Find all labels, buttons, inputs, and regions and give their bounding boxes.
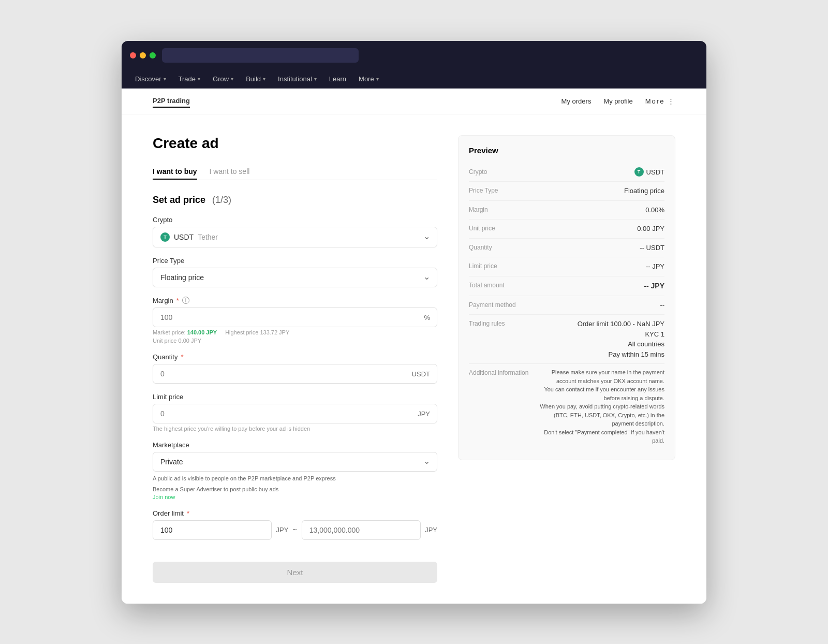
section-title: Set ad price (1/3) (153, 195, 437, 206)
chevron-down-icon: ▾ (314, 76, 317, 82)
price-type-label: Price Type (153, 257, 437, 265)
sub-nav-my-profile[interactable]: My profile (603, 97, 632, 105)
preview-additional-info-value: Please make sure your name in the paymen… (537, 368, 664, 445)
order-limit-min-input[interactable] (153, 520, 272, 540)
traffic-light-yellow[interactable] (140, 52, 146, 58)
sub-nav-right: My orders My profile More ⋮ (561, 97, 675, 105)
crypto-select-wrapper: T USDT Tether (153, 227, 437, 247)
sub-nav-my-orders[interactable]: My orders (561, 97, 592, 105)
marketplace-select-wrapper: Private (153, 452, 437, 472)
order-limit-row: JPY ~ JPY (153, 520, 437, 540)
next-button[interactable]: Next (153, 562, 437, 583)
join-now-link[interactable]: Join now (153, 494, 437, 500)
market-price: Market price: 140.00 JPY (153, 329, 217, 335)
nav-item-more[interactable]: More ▾ (353, 70, 384, 88)
crypto-select[interactable]: T USDT Tether (153, 227, 437, 247)
preview-quantity-label: Quantity (469, 243, 492, 251)
quantity-input-wrapper: USDT (153, 364, 437, 384)
preview-limit-price-label: Limit price (469, 261, 497, 270)
nav-item-grow[interactable]: Grow ▾ (208, 70, 239, 88)
preview-crypto-label: Crypto (469, 167, 487, 175)
page-content: P2P trading My orders My profile More ⋮ … (122, 89, 706, 604)
preview-unit-price-value: 0.00 JPY (637, 224, 664, 234)
info-icon[interactable]: i (182, 297, 189, 304)
margin-label: Margin * i (153, 297, 437, 304)
market-price-row: Market price: 140.00 JPY Highest price 1… (153, 329, 437, 335)
required-star: * (176, 297, 179, 304)
nav-item-discover[interactable]: Discover ▾ (130, 70, 171, 88)
marketplace-select[interactable]: Private (153, 452, 437, 472)
chevron-down-icon: ▾ (198, 76, 200, 82)
browser-chrome (122, 41, 706, 70)
quantity-label: Quantity * (153, 353, 437, 361)
margin-group: Margin * i % Market price: 140.00 JPY (153, 297, 437, 344)
price-type-group: Price Type Floating price (153, 257, 437, 287)
quantity-input[interactable] (153, 364, 437, 384)
preview-row-crypto: Crypto T USDT (469, 163, 664, 182)
nav-item-trade[interactable]: Trade ▾ (173, 70, 205, 88)
usdt-preview-icon: T (634, 167, 644, 177)
preview-row-limit-price: Limit price -- JPY (469, 257, 664, 276)
preview-row-additional-info: Additional information Please make sure … (469, 364, 664, 449)
preview-row-unit-price: Unit price 0.00 JPY (469, 219, 664, 239)
preview-section: Preview Crypto T USDT Price Type Floatin… (458, 135, 675, 583)
traffic-lights (130, 52, 156, 58)
unit-price-hint: Unit price 0.00 JPY (153, 338, 437, 344)
preview-row-quantity: Quantity -- USDT (469, 239, 664, 258)
required-star: * (181, 353, 183, 361)
preview-price-type-label: Price Type (469, 186, 498, 194)
limit-price-group: Limit price JPY The highest price you're… (153, 393, 437, 432)
preview-quantity-value: -- USDT (640, 243, 664, 253)
marketplace-hint: A public ad is visible to people on the … (153, 474, 437, 483)
price-type-select[interactable]: Floating price (153, 268, 437, 287)
order-limit-max-input[interactable] (302, 520, 421, 540)
limit-price-input[interactable] (153, 404, 437, 423)
sub-nav-left: P2P trading (153, 95, 190, 108)
usdt-icon: T (160, 232, 170, 242)
chevron-down-icon: ▾ (263, 76, 265, 82)
marketplace-become-hint: Become a Super Advertiser to post public… (153, 485, 437, 494)
preview-additional-info-label: Additional information (469, 368, 528, 376)
preview-row-margin: Margin 0.00% (469, 201, 664, 220)
sub-nav: P2P trading My orders My profile More ⋮ (122, 89, 706, 114)
margin-input-wrapper: % (153, 308, 437, 327)
page-title: Create ad (153, 135, 437, 152)
main-layout: Create ad I want to buy I want to sell S… (122, 114, 706, 604)
tab-sell[interactable]: I want to sell (210, 164, 250, 180)
limit-price-hint: The highest price you're willing to pay … (153, 426, 437, 432)
order-limit-max-currency: JPY (425, 526, 437, 534)
preview-payment-value: -- (660, 300, 664, 311)
nav-item-learn[interactable]: Learn (324, 70, 351, 88)
preview-trading-rules-value: Order limit 100.00 - NaN JPY KYC 1 All c… (578, 319, 664, 359)
required-star: * (187, 509, 189, 517)
quantity-suffix: USDT (412, 370, 430, 377)
address-bar[interactable] (162, 48, 359, 63)
preview-crypto-value: T USDT (634, 167, 664, 178)
traffic-light-green[interactable] (150, 52, 156, 58)
nav-item-build[interactable]: Build ▾ (241, 70, 271, 88)
sub-nav-more[interactable]: More ⋮ (645, 97, 675, 105)
tab-buy[interactable]: I want to buy (153, 164, 197, 180)
preview-margin-value: 0.00% (645, 205, 664, 215)
preview-title: Preview (469, 146, 664, 155)
nav-item-institutional[interactable]: Institutional ▾ (273, 70, 322, 88)
crypto-label: Crypto (153, 216, 437, 224)
margin-input[interactable] (153, 308, 437, 327)
highest-price: Highest price 133.72 JPY (225, 329, 289, 335)
form-section: Create ad I want to buy I want to sell S… (153, 135, 437, 583)
preview-row-price-type: Price Type Floating price (469, 182, 664, 201)
quantity-group: Quantity * USDT (153, 353, 437, 384)
tilde-separator: ~ (292, 525, 297, 535)
preview-trading-rules-label: Trading rules (469, 319, 505, 327)
limit-price-label: Limit price (153, 393, 437, 401)
limit-price-input-wrapper: JPY (153, 404, 437, 423)
preview-card: Preview Crypto T USDT Price Type Floatin… (458, 135, 675, 460)
marketplace-group: Marketplace Private A public ad is visib… (153, 441, 437, 500)
preview-row-payment: Payment method -- (469, 296, 664, 315)
sub-nav-p2p-trading[interactable]: P2P trading (153, 95, 190, 108)
market-price-value: 140.00 JPY (187, 329, 217, 335)
preview-payment-label: Payment method (469, 300, 516, 309)
chevron-down-icon: ▾ (164, 76, 166, 82)
traffic-light-red[interactable] (130, 52, 136, 58)
crypto-group: Crypto T USDT Tether (153, 216, 437, 247)
